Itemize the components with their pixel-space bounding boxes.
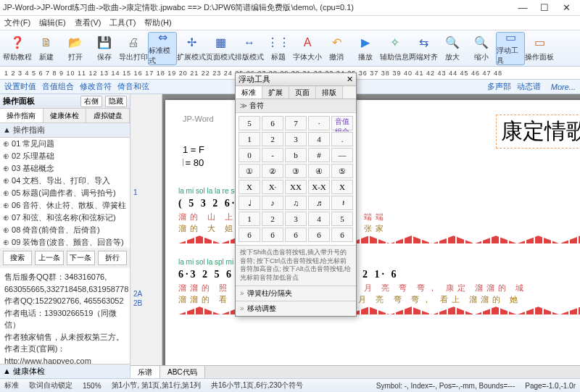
floating-palette[interactable]: 浮动工具✕ 标准扩展页面排版 ≫ 音符 567·音值组合1234.0-b#—①②… (235, 72, 357, 317)
toolbar-打开[interactable]: 📂打开 (61, 32, 90, 65)
palette-key[interactable]: 6 (239, 228, 260, 242)
guide-item[interactable]: ⊕ 01 常见问题 (0, 138, 130, 150)
palette-key[interactable]: - (262, 148, 283, 162)
tab-修改音符[interactable]: 修改音符 (80, 81, 112, 92)
tab-设置时值[interactable]: 设置时值 (4, 81, 36, 92)
guide-item[interactable]: ⊕ 07 和弦、和弦名称(和弦标记) (0, 212, 130, 224)
palette-key[interactable]: 6 (285, 228, 307, 242)
palette-key[interactable]: X· (262, 180, 283, 194)
menu-item[interactable]: 查看(V) (75, 17, 102, 28)
maximize-button[interactable]: ☐ (534, 2, 555, 13)
palette-spring[interactable]: 弹簧柱/分隔夹 (236, 285, 356, 301)
toolbar-辅助信息[interactable]: ✧辅助信息 (380, 32, 409, 65)
palette-key[interactable]: 5 (239, 116, 260, 130)
palette-key[interactable]: # (308, 148, 330, 162)
palette-key[interactable]: ② (262, 164, 283, 178)
side-btn-下一条[interactable]: 下一条 (67, 251, 96, 265)
palette-key[interactable]: b (285, 148, 307, 162)
palette-key[interactable]: ♬ (308, 196, 330, 210)
palette-key[interactable]: 6 (331, 228, 353, 242)
side-btn-折行[interactable]: 折行 (98, 251, 127, 265)
palette-key[interactable]: 6 (262, 228, 283, 242)
palette-key[interactable]: ③ (285, 164, 307, 178)
toolbar-两端对齐[interactable]: ⇆两端对齐 (409, 32, 438, 65)
toolbar-标题[interactable]: ⋮⋮标题 (264, 32, 293, 65)
palette-key[interactable]: ♪ (262, 196, 283, 210)
palette-key[interactable]: 2 (262, 212, 283, 226)
toolbar-帮助教程[interactable]: ❓帮助教程 (3, 32, 32, 65)
palette-key[interactable]: 4 (308, 212, 330, 226)
palette-key[interactable]: · (308, 116, 330, 130)
guide-item[interactable]: ⊕ 06 音符、休止符、散板、弹簧柱 (0, 199, 130, 212)
tab-多声部[interactable]: 多声部 (487, 81, 511, 92)
tempo[interactable]: 𝄀 = 80 (183, 157, 204, 170)
toolbar-撤消[interactable]: ↶撤消 (322, 32, 351, 65)
close-button[interactable]: ✕ (555, 2, 577, 13)
tab-音值组合[interactable]: 音值组合 (42, 81, 74, 92)
guide-section[interactable]: ▲ 操作指南 (0, 123, 130, 138)
guide-item[interactable]: ⊕ 09 装饰音(波音、颤音、回音等) (0, 236, 130, 248)
side-right-button[interactable]: 右侧 (80, 96, 102, 107)
palette-key[interactable]: 音值组合 (331, 116, 353, 130)
palette-key[interactable]: X-X (308, 180, 330, 194)
guide-item[interactable]: ⊕ 05 标题(词曲作者、调号拍号) (0, 187, 130, 199)
menu-item[interactable]: 工具(T) (109, 17, 136, 28)
bottom-tab-abc[interactable]: ABC代码 (160, 366, 205, 378)
toolbar-新建[interactable]: 🗎新建 (32, 32, 61, 65)
toolbar-页面模式[interactable]: ▦页面模式 (206, 32, 235, 65)
guide-item[interactable]: ⊕ 02 乐理基础 (0, 150, 130, 162)
guide-item[interactable]: ⊕ 03 基础概念 (0, 162, 130, 175)
toolbar-字体大小[interactable]: A字体大小 (293, 32, 322, 65)
palette-tab[interactable]: 页面 (289, 86, 316, 99)
palette-key[interactable]: XX (285, 180, 307, 194)
palette-key[interactable]: 1 (239, 212, 260, 226)
palette-tab[interactable]: 排版 (316, 86, 343, 99)
palette-key[interactable]: 5 (331, 212, 353, 226)
palette-key[interactable]: 3 (285, 212, 307, 226)
palette-key[interactable]: . (331, 132, 353, 146)
toolbar-保存[interactable]: 💾保存 (90, 32, 119, 65)
guide-item[interactable]: ⊕ 04 文档、导出、打印、导入 (0, 175, 130, 187)
palette-key[interactable]: 𝄽 (331, 196, 353, 210)
menu-item[interactable]: 文件(F) (4, 17, 30, 28)
toolbar-导出打印[interactable]: 🖨导出打印 (119, 32, 148, 65)
palette-key[interactable]: 6 (308, 228, 330, 242)
status-zoom[interactable]: 150% (83, 382, 102, 390)
guide-item[interactable]: ⊕ 08 倚音(前倚音、后倚音) (0, 224, 130, 236)
palette-key[interactable]: — (331, 148, 353, 162)
toolbar-排版模式[interactable]: ↔排版模式 (235, 32, 264, 65)
palette-key[interactable]: X (331, 180, 353, 194)
toolbar-浮动工具[interactable]: ▭浮动工具 (496, 32, 525, 65)
minimize-button[interactable]: — (512, 2, 534, 13)
palette-close-icon[interactable]: ✕ (347, 75, 353, 84)
palette-section[interactable]: 音符 (249, 101, 264, 109)
toolbar-扩展模式[interactable]: ✢扩展模式 (177, 32, 206, 65)
menu-item[interactable]: 编辑(E) (39, 17, 66, 28)
side-btn-搜索[interactable]: 搜索 (3, 251, 32, 265)
palette-tab[interactable]: 扩展 (262, 86, 289, 99)
menu-item[interactable]: 帮助(H) (144, 17, 171, 28)
health-section[interactable]: ▲ 健康体检 (0, 364, 130, 378)
palette-key[interactable]: ♩ (239, 196, 260, 210)
toolbar-放大[interactable]: 🔍放大 (438, 32, 467, 65)
palette-tab[interactable]: 标准 (236, 86, 262, 99)
palette-key[interactable]: 3 (285, 132, 307, 146)
key-sig[interactable]: 1 = F (183, 143, 204, 157)
palette-key[interactable]: 1 (239, 132, 260, 146)
palette-move[interactable]: 移动调整 (236, 301, 356, 316)
side-hide-button[interactable]: 隐藏 (105, 96, 127, 107)
palette-key[interactable]: ④ (308, 164, 330, 178)
side-tab[interactable]: 操作指南 (0, 109, 44, 122)
tab-more[interactable]: More... (551, 83, 576, 91)
side-tab[interactable]: 健康体检 (44, 109, 87, 122)
palette-key[interactable]: 4 (308, 132, 330, 146)
palette-key[interactable]: 0 (239, 148, 260, 162)
side-btn-上一条[interactable]: 上一条 (35, 251, 64, 265)
toolbar-操作面板[interactable]: ▭操作面板 (525, 32, 554, 65)
palette-key[interactable]: ♫ (285, 196, 307, 210)
palette-key[interactable]: ① (239, 164, 260, 178)
toolbar-缩小[interactable]: 🔍缩小 (467, 32, 496, 65)
side-tab[interactable]: 虚拟键盘 (86, 109, 130, 122)
tab-动态谱[interactable]: 动态谱 (517, 81, 541, 92)
palette-key[interactable]: 2 (262, 132, 283, 146)
